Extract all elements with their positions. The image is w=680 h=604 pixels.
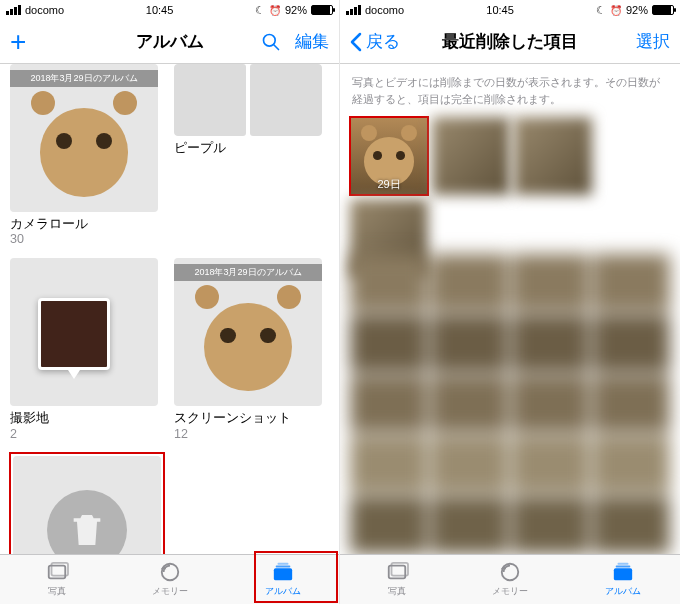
- album-label: 撮影地: [10, 406, 158, 426]
- back-button[interactable]: 戻る: [350, 30, 400, 53]
- album-label: スクリーンショット: [174, 406, 322, 426]
- svg-rect-8: [277, 563, 288, 565]
- tab-memories[interactable]: メモリー: [453, 555, 566, 604]
- do-not-disturb-icon: ☾: [596, 4, 606, 17]
- time-label: 10:45: [486, 4, 514, 16]
- svg-rect-14: [616, 566, 631, 568]
- edit-button[interactable]: 編集: [295, 30, 329, 53]
- album-camera-roll[interactable]: 2018年3月29日のアルバム カメラロール 30: [10, 64, 158, 246]
- deleted-item[interactable]: 29日: [350, 117, 428, 195]
- add-album-button[interactable]: +: [10, 28, 26, 56]
- album-screenshots[interactable]: 2018年3月29日のアルバム スクリーンショット 12: [174, 258, 322, 440]
- tab-photos[interactable]: 写真: [0, 555, 113, 604]
- tab-bar: 写真 メモリー アルバム: [340, 554, 680, 604]
- album-places[interactable]: 撮影地 2: [10, 258, 158, 440]
- carrier-label: docomo: [365, 4, 404, 16]
- svg-line-1: [274, 44, 279, 49]
- time-label: 10:45: [146, 4, 174, 16]
- nav-bar: + アルバム 編集: [0, 20, 339, 64]
- tab-memories[interactable]: メモリー: [113, 555, 226, 604]
- album-count: 30: [10, 232, 158, 246]
- album-recently-deleted[interactable]: 最近削除した項目 442: [10, 453, 164, 555]
- album-count: 2: [10, 427, 158, 441]
- battery-pct: 92%: [626, 4, 648, 16]
- left-phone-albums: docomo 10:45 ☾ ⏰ 92% + アルバム 編集: [0, 0, 340, 604]
- alarm-icon: ⏰: [610, 5, 622, 16]
- album-label: ピープル: [174, 136, 322, 156]
- svg-rect-6: [273, 568, 291, 580]
- carrier-label: docomo: [25, 4, 64, 16]
- album-count: 12: [174, 427, 322, 441]
- blurred-items: [350, 254, 670, 554]
- photos-icon: [385, 561, 409, 583]
- tab-albums[interactable]: アルバム: [567, 555, 680, 604]
- deleted-item[interactable]: [514, 117, 592, 195]
- deleted-item[interactable]: [432, 117, 510, 195]
- chevron-left-icon: [350, 32, 362, 52]
- tab-photos[interactable]: 写真: [340, 555, 453, 604]
- battery-icon: [652, 5, 674, 15]
- albums-icon: [271, 561, 295, 583]
- battery-pct: 92%: [285, 4, 307, 16]
- trash-icon: [47, 490, 127, 555]
- right-phone-recently-deleted: docomo 10:45 ☾ ⏰ 92% 戻る 最近削除した項目 選択 写真とビ…: [340, 0, 680, 604]
- status-bar: docomo 10:45 ☾ ⏰ 92%: [0, 0, 339, 20]
- signal-icon: [346, 5, 361, 15]
- select-button[interactable]: 選択: [636, 30, 670, 53]
- alarm-icon: ⏰: [269, 5, 281, 16]
- svg-rect-7: [275, 566, 290, 568]
- search-icon: [261, 32, 281, 52]
- photos-icon: [45, 561, 69, 583]
- battery-icon: [311, 5, 333, 15]
- deleted-grid-container[interactable]: 写真とビデオには削除までの日数が表示されます。その日数が経過すると、項目は完全に…: [340, 64, 680, 554]
- album-label: カメラロール: [10, 212, 158, 232]
- albums-icon: [611, 561, 635, 583]
- album-ribbon: 2018年3月29日のアルバム: [10, 70, 158, 87]
- memories-icon: [498, 561, 522, 583]
- do-not-disturb-icon: ☾: [255, 4, 265, 17]
- albums-grid[interactable]: 2018年3月29日のアルバム カメラロール 30 ピープル: [0, 64, 339, 554]
- album-ribbon: 2018年3月29日のアルバム: [174, 264, 322, 281]
- memories-icon: [158, 561, 182, 583]
- nav-bar: 戻る 最近削除した項目 選択: [340, 20, 680, 64]
- status-bar: docomo 10:45 ☾ ⏰ 92%: [340, 0, 680, 20]
- days-remaining: 29日: [353, 177, 425, 192]
- tab-albums[interactable]: アルバム: [226, 555, 339, 604]
- tab-bar: 写真 メモリー アルバム: [0, 554, 339, 604]
- explanation-text: 写真とビデオには削除までの日数が表示されます。その日数が経過すると、項目は完全に…: [340, 64, 680, 117]
- svg-rect-13: [614, 568, 632, 580]
- svg-rect-15: [618, 563, 629, 565]
- album-people[interactable]: ピープル: [174, 64, 322, 246]
- search-button[interactable]: [261, 32, 281, 52]
- signal-icon: [6, 5, 21, 15]
